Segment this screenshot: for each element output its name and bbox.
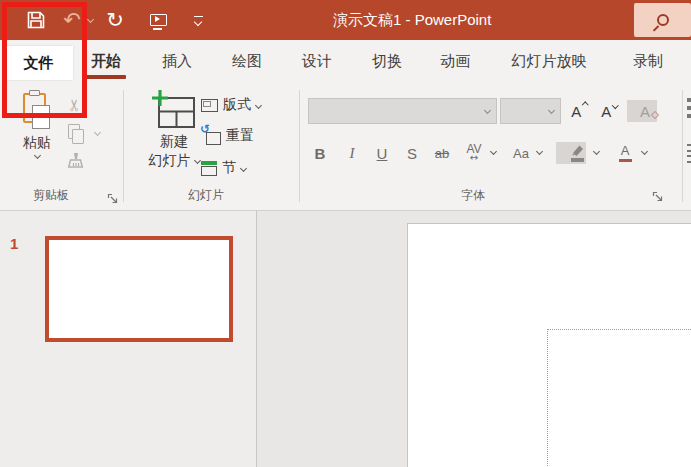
- change-case-icon: Aa: [513, 146, 529, 161]
- font-name-combo[interactable]: [308, 98, 497, 124]
- font-dialog-launcher[interactable]: [651, 190, 664, 203]
- redo-button[interactable]: ↻: [101, 6, 129, 34]
- eraser-icon: [651, 111, 659, 119]
- slide-1-thumbnail[interactable]: [45, 236, 233, 342]
- tab-label: 设计: [302, 52, 332, 69]
- tab-draw[interactable]: 绘图: [227, 40, 267, 82]
- redo-icon: ↻: [106, 10, 124, 31]
- dialog-launcher-icon: [107, 193, 118, 204]
- tab-transitions[interactable]: 切换: [367, 40, 407, 82]
- grow-font-icon: A: [571, 103, 581, 120]
- layout-label: 版式: [223, 96, 251, 114]
- clipboard-group-label: 剪贴板: [18, 187, 84, 204]
- clear-formatting-button[interactable]: A: [633, 98, 665, 124]
- save-icon: [25, 9, 47, 31]
- paste-label: 粘贴: [23, 135, 51, 150]
- workspace: 1: [0, 210, 691, 467]
- section-button[interactable]: 节: [201, 157, 246, 179]
- powerpoint-window: ↶ ↻ 演示文稿1 - PowerPoint 文件 开始 插入 绘图 设计 切换…: [0, 0, 691, 467]
- layout-button[interactable]: 版式: [201, 94, 261, 116]
- ribbon: 粘贴 ✂ 剪贴板: [0, 82, 691, 210]
- start-slideshow-button[interactable]: [144, 6, 172, 34]
- section-label: 节: [222, 159, 236, 177]
- section-icon: [201, 161, 217, 176]
- reset-icon: ↺: [201, 128, 221, 145]
- text-placeholder[interactable]: [547, 329, 691, 467]
- reset-button[interactable]: ↺ 重置: [201, 125, 254, 147]
- chevron-down-icon: [484, 107, 491, 114]
- chevron-down-icon: [536, 148, 543, 155]
- format-painter-icon: [67, 152, 84, 170]
- title-bar: ↶ ↻ 演示文稿1 - PowerPoint: [0, 0, 691, 40]
- tab-design[interactable]: 设计: [297, 40, 337, 82]
- copy-button[interactable]: [60, 120, 90, 146]
- highlighter-icon: [570, 144, 585, 162]
- panel-divider: [256, 211, 257, 467]
- tab-record[interactable]: 录制: [628, 40, 668, 82]
- character-spacing-button[interactable]: AV ↔: [458, 140, 490, 166]
- chevron-down-icon: [641, 148, 648, 155]
- chevron-down-icon: [612, 102, 618, 108]
- new-slide-label-line2: 幻灯片: [149, 152, 191, 170]
- strikethrough-button[interactable]: ab: [428, 140, 456, 166]
- bullets-button[interactable]: [687, 98, 691, 122]
- underline-button[interactable]: U: [370, 140, 394, 166]
- chevron-down-icon: [87, 16, 94, 23]
- change-case-button[interactable]: Aa: [506, 140, 536, 166]
- window-title: 演示文稿1 - PowerPoint: [333, 0, 491, 40]
- chevron-down-icon: [548, 107, 555, 114]
- paste-icon: [21, 90, 53, 132]
- tab-insert[interactable]: 插入: [157, 40, 197, 82]
- text-shadow-button[interactable]: S: [400, 140, 424, 166]
- paste-button[interactable]: 粘贴: [14, 90, 60, 158]
- tab-file[interactable]: 文件: [4, 46, 73, 80]
- slide-thumbnail-panel: 1: [0, 211, 256, 467]
- tab-label: 插入: [162, 52, 192, 69]
- tab-home[interactable]: 开始: [84, 40, 128, 82]
- clear-formatting-icon: A: [640, 103, 650, 120]
- chevron-down-icon: [490, 148, 497, 155]
- font-color-button[interactable]: A: [610, 140, 640, 166]
- tab-slideshow[interactable]: 幻灯片放映: [504, 40, 594, 82]
- undo-icon: ↶: [63, 10, 81, 31]
- text-highlight-button[interactable]: [562, 140, 592, 166]
- format-painter-button[interactable]: [60, 148, 90, 174]
- font-group-label: 字体: [443, 187, 503, 204]
- undo-button[interactable]: ↶: [58, 6, 86, 34]
- grow-font-button[interactable]: A: [566, 98, 593, 124]
- character-spacing-icon: AV ↔: [466, 143, 481, 163]
- tab-label: 开始: [91, 52, 121, 69]
- ribbon-tab-bar: 文件 开始 插入 绘图 设计 切换 动画 幻灯片放映 录制: [0, 40, 691, 82]
- group-divider: [682, 90, 683, 202]
- qat-customize-button[interactable]: [187, 6, 209, 34]
- cut-icon: ✂: [67, 98, 83, 111]
- chevron-up-icon: [582, 102, 588, 108]
- search-icon: [657, 14, 669, 26]
- cut-button[interactable]: ✂: [60, 92, 90, 118]
- chevron-down-icon: [240, 164, 247, 171]
- clipboard-dialog-launcher[interactable]: [106, 192, 119, 205]
- save-button[interactable]: [22, 6, 50, 34]
- group-divider: [299, 90, 300, 202]
- tab-label: 录制: [633, 52, 663, 69]
- chevron-down-icon: [94, 129, 101, 136]
- font-size-combo[interactable]: [500, 98, 561, 124]
- reset-label: 重置: [226, 127, 254, 145]
- tab-animations[interactable]: 动画: [435, 40, 475, 82]
- tab-label: 文件: [24, 54, 54, 71]
- italic-button[interactable]: I: [340, 140, 364, 166]
- shrink-font-icon: A: [601, 103, 611, 120]
- new-slide-icon: [150, 88, 198, 132]
- tab-label: 切换: [372, 52, 402, 69]
- bold-button[interactable]: B: [308, 140, 332, 166]
- slide-editing-area[interactable]: [407, 223, 691, 467]
- dialog-launcher-icon: [652, 191, 663, 202]
- layout-icon: [201, 99, 218, 112]
- underline-icon: U: [377, 145, 388, 162]
- tab-label: 幻灯片放映: [512, 52, 587, 69]
- bullets-icon: [687, 98, 691, 118]
- align-text-button[interactable]: [687, 144, 691, 166]
- shrink-font-button[interactable]: A: [596, 98, 623, 124]
- tab-label: 绘图: [232, 52, 262, 69]
- search-button[interactable]: [634, 3, 691, 37]
